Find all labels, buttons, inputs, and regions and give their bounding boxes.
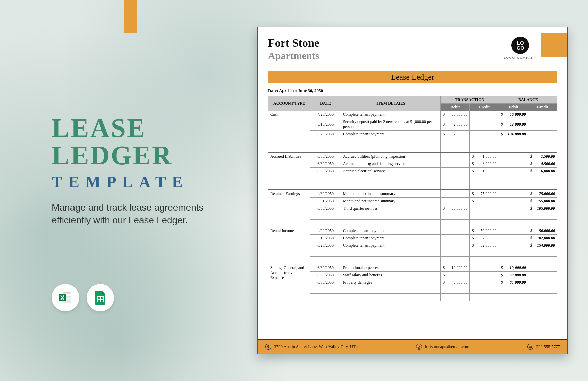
table-row: 5/10/2050Security deposit paid by 2 new … [268,118,557,131]
account-type-cell: Accrued Liabilities [268,153,310,190]
th-account-type: ACCOUNT TYPE [268,96,310,111]
table-row: 6/30/2050Property damages$5,000.00$65,00… [268,279,557,286]
document-header: Fort Stone Apartments LO GO LOGO COMPANY [268,37,557,61]
item-cell: Complete tenant payment [341,242,440,249]
trans-credit-cell: $1,500.00 [470,153,499,160]
bal-debit-cell: $65,000.00 [499,279,528,286]
promo-left-panel: LEASE LEDGER TEMPLATE Manage and track l… [52,115,229,227]
decorative-header-block [541,33,567,57]
trans-credit-cell: $52,000.00 [470,242,499,249]
table-row: Retained Earnings4/30/2050Month end net … [268,190,557,198]
location-icon [265,344,271,350]
table-row: Accrued Liabilities6/30/2050Accrued util… [268,153,557,160]
trans-credit-cell: $80,000.00 [470,198,499,205]
date-range: Date: April 1 to June 30, 2050 [268,88,557,93]
trans-credit-cell [470,279,499,286]
trans-credit-cell [470,272,499,279]
footer-phone: 222 555 7777 [527,344,560,350]
trans-debit-cell [441,227,470,235]
item-cell: Staff salary and benefits [341,272,440,279]
bal-credit-cell [528,279,557,286]
table-row: Selling, General, and Administrative Exp… [268,264,557,272]
bal-debit-cell [499,235,528,242]
promo-title-line3: TEMPLATE [52,173,229,191]
table-row [268,294,557,301]
th-transaction: TRANSACTION [441,96,499,104]
company-logo: LO GO LOGO COMPANY [504,37,537,59]
logo-caption: LOGO COMPANY [504,56,537,59]
bal-debit-cell: $60,000.00 [499,272,528,279]
item-cell: Complete tenant payment [341,131,440,138]
item-cell: Accrued utilities (plumbing inspection) [341,153,440,160]
trans-credit-cell: $52,000.00 [470,235,499,242]
table-row: 5/10/2050Complete tenant payment$52,000.… [268,235,557,242]
trans-debit-cell [441,198,470,205]
table-row: Rental Income4/20/2050Complete tenant pa… [268,227,557,235]
company-name-line1: Fort Stone [268,37,319,49]
th-bal-credit: Credit [528,104,557,111]
company-name-line2: Apartments [268,50,319,61]
trans-debit-cell: $50,000.00 [441,111,470,118]
bal-credit-cell: $1,500.00 [528,153,557,160]
bal-credit-cell: $102,000.00 [528,235,557,242]
bal-debit-cell: $52,000.00 [499,118,528,131]
excel-icon [52,284,79,311]
bal-credit-cell: $105,000.00 [528,205,557,212]
bal-credit-cell: $154,000.00 [528,242,557,249]
bal-debit-cell: $10,000.00 [499,264,528,272]
item-cell: Accrued painting and detailing service [341,160,440,168]
trans-debit-cell: $10,000.00 [441,264,470,272]
trans-credit-cell [470,131,499,138]
th-item-details: ITEM DETAILS [341,96,440,111]
promo-title-line1: LEASE [52,115,229,141]
bal-credit-cell [528,131,557,138]
ledger-banner: Lease Ledger [268,71,557,83]
table-row: 6/30/2050Accrued electrical service$1,50… [268,168,557,175]
trans-debit-cell [441,235,470,242]
item-cell: Accrued electrical service [341,168,440,175]
trans-credit-cell [470,264,499,272]
trans-debit-cell: $50,000.00 [441,272,470,279]
trans-credit-cell: $50,000.00 [470,227,499,235]
item-cell: Third quarter net loss [341,205,440,212]
item-cell: Property damages [341,279,440,286]
promo-subtitle: Manage and track lease agreements effici… [52,201,229,227]
logo-icon: LO GO [511,37,529,54]
footer-phone-text: 222 555 7777 [536,344,560,349]
decorative-orange-tab [124,0,137,33]
bal-credit-cell [528,118,557,131]
trans-debit-cell: $52,000.00 [441,131,470,138]
item-cell: Month end net income summary [341,190,440,198]
bal-credit-cell: $155,000.00 [528,198,557,205]
bal-credit-cell: $50,000.00 [528,227,557,235]
date-cell: 4/20/2050 [310,227,341,235]
trans-debit-cell [441,242,470,249]
trans-credit-cell [470,111,499,118]
table-row [268,212,557,220]
ledger-table: ACCOUNT TYPE DATE ITEM DETAILS TRANSACTI… [268,96,557,301]
date-cell: 6/30/2050 [310,205,341,212]
trans-debit-cell: $5,000.00 [441,279,470,286]
account-type-cell: Rental Income [268,227,310,264]
item-cell: Security deposit paid by 2 new tenants a… [341,118,440,131]
bal-debit-cell [499,168,528,175]
bal-debit-cell [499,190,528,198]
bal-credit-cell [528,264,557,272]
footer-email: @ fortstoneapts@email.com [416,344,469,350]
account-type-cell: Cash [268,111,310,153]
bal-credit-cell [528,272,557,279]
item-cell: Month end net income summary [341,198,440,205]
bal-debit-cell: $104,000.00 [499,131,528,138]
trans-credit-cell [470,118,499,131]
trans-credit-cell: $3,000.00 [470,160,499,168]
trans-credit-cell: $1,500.00 [470,168,499,175]
th-bal-debit: Debit [499,104,528,111]
item-cell: Complete tenant payment [341,111,440,118]
date-cell: 6/30/2050 [310,264,341,272]
footer-email-text: fortstoneapts@email.com [425,344,469,349]
table-row: 6/30/2050Accrued painting and detailing … [268,160,557,168]
date-cell: 4/30/2050 [310,190,341,198]
date-cell: 6/30/2050 [310,153,341,160]
google-sheets-icon [87,284,114,311]
date-cell: 6/30/2050 [310,168,341,175]
